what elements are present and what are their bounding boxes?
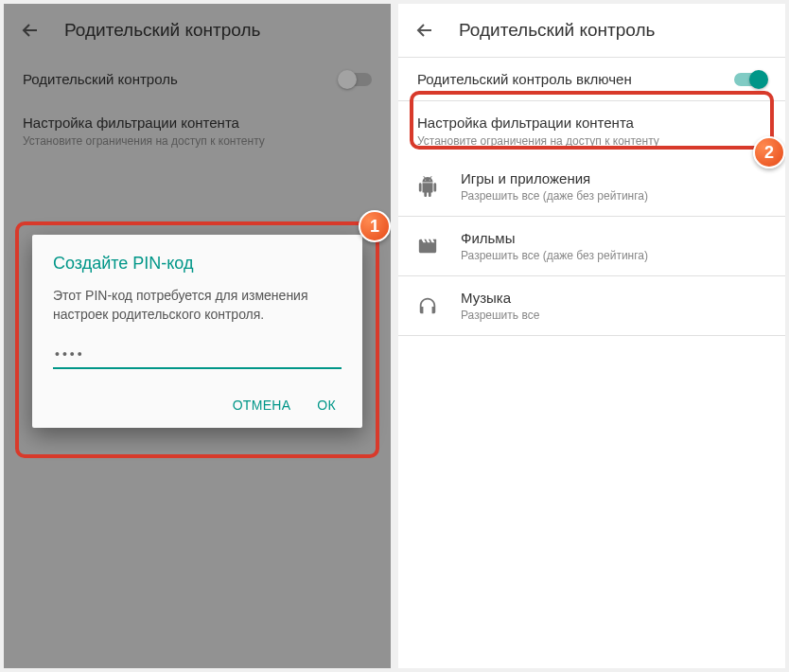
- dialog-title: Создайте PIN-код: [53, 254, 342, 274]
- item-title: Игры и приложения: [461, 170, 648, 186]
- right-screen: Родительский контроль Родительский контр…: [398, 4, 785, 668]
- android-icon: [417, 176, 438, 197]
- parental-toggle-off[interactable]: [340, 73, 372, 86]
- headphones-icon: [417, 295, 438, 316]
- content-text: Игры и приложения Разрешить все (даже бе…: [461, 170, 648, 203]
- parental-toggle-on[interactable]: [734, 73, 766, 86]
- page-title: Родительский контроль: [459, 20, 655, 41]
- left-screen: Родительский контроль Родительский контр…: [4, 4, 391, 668]
- item-subtitle: Разрешить все (даже без рейтинга): [461, 249, 648, 262]
- section-title: Настройка фильтрации контента: [23, 115, 372, 131]
- back-arrow-icon[interactable]: [413, 19, 436, 42]
- section-subtitle: Установите ограничения на доступ к конте…: [23, 134, 372, 148]
- dialog-body: Этот PIN-код потребуется для изменения н…: [53, 287, 342, 324]
- item-title: Фильмы: [461, 230, 648, 246]
- item-title: Музыка: [461, 290, 539, 306]
- section-title: Настройка фильтрации контента: [417, 115, 766, 131]
- filter-section-header: Настройка фильтрации контента Установите…: [4, 101, 391, 157]
- right-header: Родительский контроль: [398, 4, 785, 57]
- movie-icon: [417, 236, 438, 256]
- item-subtitle: Разрешить все: [461, 309, 539, 322]
- dialog-actions: ОТМЕНА ОК: [53, 398, 342, 418]
- back-arrow-icon[interactable]: [19, 19, 42, 42]
- step-badge-1: 1: [359, 210, 391, 242]
- left-header: Родительский контроль: [4, 4, 391, 57]
- filter-section-header: Настройка фильтрации контента Установите…: [398, 101, 785, 157]
- pin-input[interactable]: [53, 341, 342, 369]
- content-row-music[interactable]: Музыка Разрешить все: [398, 276, 785, 335]
- content-text: Фильмы Разрешить все (даже без рейтинга): [461, 230, 648, 262]
- parental-toggle-row[interactable]: Родительский контроль: [4, 58, 391, 100]
- page-title: Родительский контроль: [64, 20, 260, 41]
- item-subtitle: Разрешить все (даже без рейтинга): [461, 189, 648, 203]
- divider: [398, 335, 785, 336]
- ok-button[interactable]: ОК: [317, 398, 336, 413]
- step-badge-2: 2: [753, 136, 785, 168]
- parental-toggle-label: Родительский контроль включен: [417, 71, 632, 87]
- cancel-button[interactable]: ОТМЕНА: [233, 398, 291, 413]
- pin-dialog: Создайте PIN-код Этот PIN-код потребуетс…: [32, 235, 362, 428]
- parental-toggle-label: Родительский контроль: [23, 71, 178, 87]
- section-subtitle: Установите ограничения на доступ к конте…: [417, 134, 766, 148]
- content-row-movies[interactable]: Фильмы Разрешить все (даже без рейтинга): [398, 217, 785, 275]
- parental-toggle-row[interactable]: Родительский контроль включен: [398, 58, 785, 100]
- content-row-games[interactable]: Игры и приложения Разрешить все (даже бе…: [398, 157, 785, 216]
- content-text: Музыка Разрешить все: [461, 290, 539, 322]
